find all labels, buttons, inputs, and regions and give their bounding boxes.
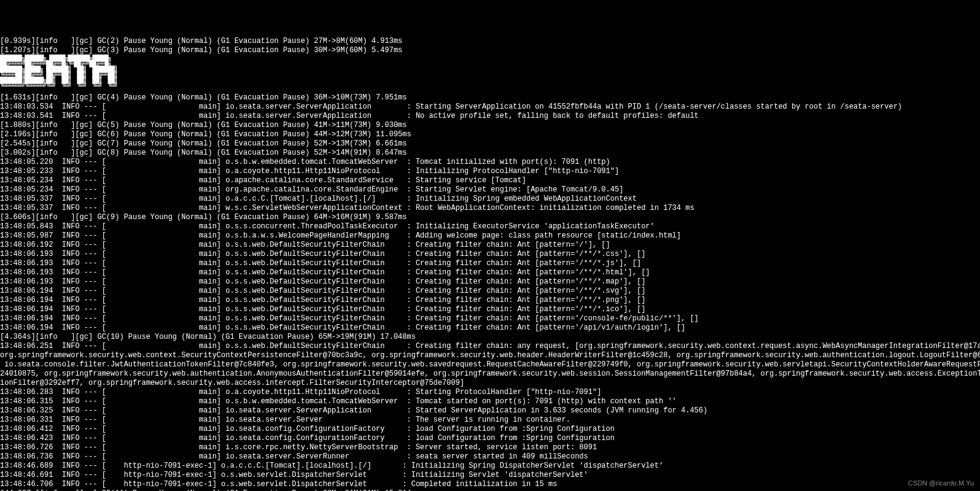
log-line: 13:48:46.691 INFO --- [ http-nio-7091-ex… [0, 471, 980, 480]
log-line: 13:48:46.689 INFO --- [ http-nio-7091-ex… [0, 462, 980, 471]
seata-ascii-logo: ███████╗██████╗ █████╗███████╗█████╗ ██╔… [0, 55, 980, 88]
log-line: [2.545s][info ][gc] GC(7) Pause Young (N… [0, 139, 980, 149]
log-line: [1.880s][info ][gc] GC(5) Pause Young (N… [0, 121, 980, 130]
log-line: 13:48:06.194 INFO --- [ main] o.s.s.web.… [0, 323, 980, 333]
log-line: 13:48:06.412 INFO --- [ main] io.seata.c… [0, 425, 980, 434]
log-line: 13:48:06.325 INFO --- [ main] io.seata.s… [0, 406, 980, 416]
log-line: 13:48:05.843 INFO --- [ main] o.s.s.conc… [0, 222, 980, 231]
log-line: 13:48:03.541 INFO --- [ main] io.seata.s… [0, 112, 980, 121]
log-line: 13:48:06.193 INFO --- [ main] o.s.s.web.… [0, 250, 980, 259]
log-line: 13:48:05.337 INFO --- [ main] o.a.c.c.C.… [0, 195, 980, 204]
log-line: [1.207s][info ][gc] GC(3) Pause Young (N… [0, 46, 980, 55]
log-line: 13:48:05.987 INFO --- [ main] o.s.b.a.w.… [0, 231, 980, 241]
log-line: 13:48:05.337 INFO --- [ main] w.s.c.Serv… [0, 204, 980, 213]
log-line: 13:48:03.534 INFO --- [ main] io.seata.s… [0, 102, 980, 112]
log-line: 13:48:06.194 INFO --- [ main] o.s.s.web.… [0, 287, 980, 296]
log-line: 13:48:06.736 INFO --- [ main] io.seata.s… [0, 452, 980, 462]
log-line: [3.002s][info ][gc] GC(8) Pause Young (N… [0, 149, 980, 158]
log-line: [1.631s][info ][gc] GC(4) Pause Young (N… [0, 93, 980, 102]
log-line: org.springframework.security.web.context… [0, 351, 980, 360]
log-line: 13:48:05.220 INFO --- [ main] o.s.b.w.em… [0, 158, 980, 167]
log-line: 13:48:06.423 INFO --- [ main] io.seata.c… [0, 434, 980, 443]
log-line: 13:48:06.283 INFO --- [ main] o.a.coyote… [0, 388, 980, 397]
log-line: 13:48:06.192 INFO --- [ main] o.s.s.web.… [0, 241, 980, 250]
watermark-text: CSDN @ricardo.M.Yu [908, 479, 974, 488]
log-line: [3.606s][info ][gc] GC(9) Pause Young (N… [0, 213, 980, 222]
log-line: 13:48:06.331 INFO --- [ main] io.seata.s… [0, 416, 980, 425]
log-line: 13:48:05.234 INFO --- [ main] org.apache… [0, 185, 980, 195]
log-line: 13:48:06.194 INFO --- [ main] o.s.s.web.… [0, 314, 980, 323]
log-line: 13:48:06.193 INFO --- [ main] o.s.s.web.… [0, 268, 980, 277]
log-line: 13:48:06.251 INFO --- [ main] o.s.s.web.… [0, 342, 980, 351]
log-line: ionFilter@3292eff7, org.springframework.… [0, 379, 980, 388]
log-line: 13:48:06.315 INFO --- [ main] o.s.b.w.em… [0, 397, 980, 406]
log-line: [0.939s][info ][gc] GC(2) Pause Young (N… [0, 37, 980, 46]
log-line: 13:48:05.234 INFO --- [ main] o.apache.c… [0, 176, 980, 185]
log-line: [2.196s][info ][gc] GC(6) Pause Young (N… [0, 130, 980, 139]
log-line: 13:48:06.194 INFO --- [ main] o.s.s.web.… [0, 305, 980, 314]
log-line: 13:48:06.194 INFO --- [ main] o.s.s.web.… [0, 296, 980, 305]
log-line: 13:48:05.233 INFO --- [ main] o.a.coyote… [0, 167, 980, 176]
log-line: 13:48:06.193 INFO --- [ main] o.s.s.web.… [0, 277, 980, 287]
log-line: [4.364s][info ][gc] GC(10) Pause Young (… [0, 333, 980, 342]
log-line: 13:48:06.193 INFO --- [ main] o.s.s.web.… [0, 259, 980, 268]
terminal-output[interactable]: [0.939s][info ][gc] GC(2) Pause Young (N… [0, 37, 980, 491]
log-line: io.seata.console.filter.JwtAuthenticatio… [0, 360, 980, 369]
log-line: 13:48:46.706 INFO --- [ http-nio-7091-ex… [0, 480, 980, 489]
log-line: 13:48:06.726 INFO --- [ main] i.s.core.r… [0, 443, 980, 452]
log-line: 24010875, org.springframework.security.w… [0, 369, 980, 379]
